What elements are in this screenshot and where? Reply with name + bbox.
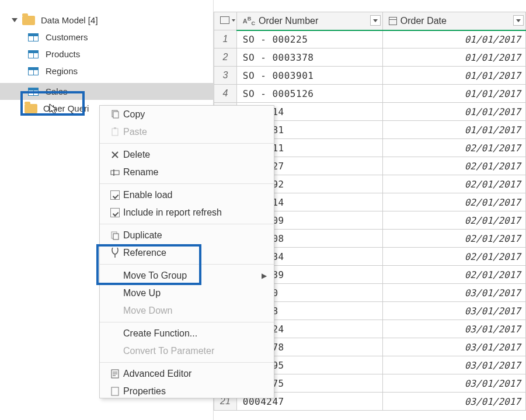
cell-order-date[interactable]: 01/01/2017 [382,30,525,48]
cell-order-number[interactable]: SO - 000225 [236,30,382,48]
cell-order-date[interactable]: 02/01/2017 [382,211,525,230]
table-icon [28,67,39,75]
checkbox-checked-icon [107,190,123,200]
column-header-order-date[interactable]: Order Date [382,12,525,30]
delete-icon [107,151,123,159]
svg-point-10 [112,248,118,254]
svg-rect-2 [112,129,118,136]
table-row[interactable]: 1SO - 00022501/01/2017 [214,30,526,48]
table-icon [220,16,229,24]
menu-separator [100,264,274,265]
cell-order-date[interactable]: 01/01/2017 [382,85,525,103]
cell-order-date[interactable]: 03/01/2017 [382,284,525,302]
menu-separator [100,143,274,144]
cell-order-number[interactable]: SO - 0005126 [236,85,382,103]
cell-order-date[interactable]: 02/01/2017 [382,193,525,211]
queries-sidebar: Data Model [4] Customers Products Region… [0,0,213,420]
reference-icon [107,248,123,258]
column-filter-button[interactable] [370,15,381,26]
row-number: 3 [214,67,237,85]
menu-copy[interactable]: Copy [100,106,274,123]
folder-data-model[interactable]: Data Model [4] [0,12,213,29]
column-header-order-number[interactable]: ABC Order Number [236,12,382,30]
menu-properties[interactable]: Properties [100,383,274,398]
query-regions[interactable]: Regions [0,63,213,79]
query-label: Sales [46,86,68,96]
query-label: Customers [46,32,88,42]
query-products[interactable]: Products [0,46,213,63]
menu-separator [100,183,274,184]
menu-move-to-group[interactable]: Move To Group ▶ [100,267,274,284]
cell-order-date[interactable]: 02/01/2017 [382,230,525,248]
cell-order-date[interactable]: 02/01/2017 [382,139,525,157]
table-row[interactable]: 4SO - 000512601/01/2017 [214,85,526,103]
cell-order-number[interactable]: SO - 0003378 [236,48,382,67]
menu-rename[interactable]: Rename [100,164,274,181]
menu-advanced-editor[interactable]: Advanced Editor [100,365,274,383]
table-icon [28,33,39,41]
menu-paste: Paste [100,123,274,141]
checkbox-checked-icon [107,208,123,217]
copy-icon [107,110,123,119]
cell-order-date[interactable]: 03/01/2017 [382,393,525,411]
cell-order-date[interactable]: 03/01/2017 [382,302,525,320]
folder-icon [25,104,37,113]
menu-separator [100,224,274,224]
menu-separator [100,362,274,363]
cell-order-date[interactable]: 03/01/2017 [382,338,525,356]
table-icon [28,88,39,96]
table-icon [28,50,39,58]
editor-icon [107,369,123,379]
column-filter-button[interactable] [513,15,524,26]
cell-order-date[interactable]: 01/01/2017 [382,103,525,121]
menu-create-function[interactable]: Create Function... [100,325,274,342]
menu-move-down: Move Down [100,302,274,320]
cell-order-date[interactable]: 03/01/2017 [382,356,525,374]
svg-rect-16 [112,387,119,395]
query-label: Products [46,49,80,59]
row-number: 2 [214,48,237,67]
table-row[interactable]: 3SO - 000390101/01/2017 [214,67,526,85]
cell-order-date[interactable]: 03/01/2017 [382,320,525,338]
menu-delete[interactable]: Delete [100,146,274,164]
menu-include-refresh[interactable]: Include in report refresh [100,204,274,221]
context-menu: Copy Paste Delete Rename Enable load [99,105,274,398]
paste-icon [107,127,123,137]
query-sales[interactable]: Sales [0,83,213,100]
query-customers[interactable]: Customers [0,29,213,46]
chevron-right-icon: ▶ [262,272,267,280]
menu-convert-parameter: Convert To Parameter [100,342,274,360]
svg-rect-9 [113,234,119,239]
row-number: 1 [214,30,237,48]
cell-order-date[interactable]: 03/01/2017 [382,374,525,393]
cell-order-date[interactable]: 02/01/2017 [382,266,525,284]
menu-duplicate[interactable]: Duplicate [100,227,274,244]
svg-rect-3 [114,127,116,129]
cell-order-date[interactable]: 01/01/2017 [382,121,525,139]
menu-move-up[interactable]: Move Up [100,284,274,302]
svg-rect-6 [111,171,119,175]
corner-header[interactable] [214,12,237,30]
properties-icon [107,387,123,396]
folder-label: Other Queri [43,103,89,113]
svg-rect-1 [113,112,119,118]
cell-order-number[interactable]: SO - 0003901 [236,67,382,85]
chevron-down-icon [12,18,18,22]
folder-label: Data Model [4] [41,15,98,25]
row-number: 4 [214,85,237,103]
duplicate-icon [107,231,123,240]
cell-order-date[interactable]: 01/01/2017 [382,48,525,67]
menu-reference[interactable]: Reference [100,244,274,262]
rename-icon [107,168,123,176]
cell-order-date[interactable]: 02/01/2017 [382,175,525,193]
menu-enable-load[interactable]: Enable load [100,186,274,204]
cell-order-date[interactable]: 01/01/2017 [382,67,525,85]
cell-order-date[interactable]: 02/01/2017 [382,157,525,175]
text-type-icon: ABC [243,16,255,26]
menu-separator [100,322,274,322]
folder-icon [22,16,35,25]
query-label: Regions [46,66,78,76]
table-row[interactable]: 2SO - 000337801/01/2017 [214,48,526,67]
cell-order-date[interactable]: 02/01/2017 [382,248,525,266]
date-type-icon [389,17,397,25]
